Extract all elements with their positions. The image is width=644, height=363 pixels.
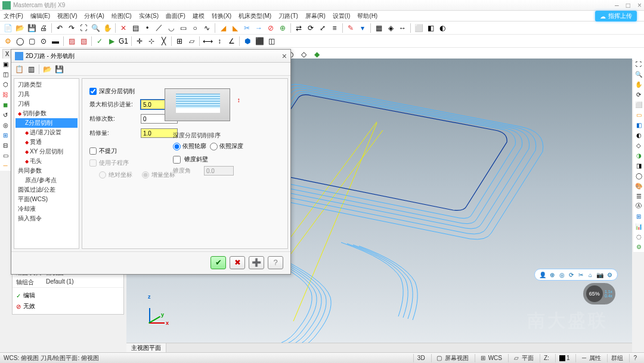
tree-item[interactable]: 原点/参考点 [16, 176, 78, 185]
redo-icon[interactable]: ↷ [66, 23, 77, 33]
view-fit-icon[interactable]: ⛶ [634, 59, 643, 69]
chamfer-icon[interactable]: ◣ [230, 23, 240, 33]
sel-group-icon[interactable]: ⊞ [1, 130, 10, 140]
sel-win-icon[interactable]: ◫ [1, 69, 10, 79]
dlg-load-icon[interactable]: 📂 [42, 64, 52, 75]
print-icon[interactable]: 🖨 [38, 23, 49, 33]
menu-view[interactable]: 视图(V) [55, 11, 79, 21]
regen-button[interactable]: ➕ [249, 256, 264, 269]
sel-edge-icon[interactable]: ─ [1, 161, 10, 170]
dim-v-icon[interactable]: ↕ [214, 36, 225, 47]
tree-item[interactable]: 圆弧过滤/公差 [16, 185, 78, 195]
contour-icon[interactable]: ◯ [14, 36, 25, 47]
menu-edit[interactable]: 编辑(E) [28, 11, 52, 21]
dlg-nav-icon[interactable]: 📋 [14, 64, 24, 75]
level-icon[interactable]: ☰ [634, 191, 643, 201]
menu-transform[interactable]: 转换(X) [209, 11, 234, 21]
group-icon[interactable]: ⊞ [634, 211, 643, 221]
minimize-button[interactable]: – [615, 1, 619, 10]
status-wcs-cell[interactable]: ⊞WCS [475, 354, 506, 362]
verify-icon[interactable]: ✓ [94, 36, 105, 47]
tree-item[interactable]: 刀柄 [16, 99, 78, 109]
mirror-icon[interactable]: ⇄ [293, 23, 304, 33]
face-icon[interactable]: ▬ [50, 36, 61, 47]
grid-icon[interactable]: ▦ [373, 23, 384, 33]
break-icon[interactable]: ⊘ [265, 23, 276, 33]
layer-icon[interactable]: ▤ [130, 23, 141, 33]
axis-icon[interactable]: ⊹ [146, 36, 157, 47]
origin-icon[interactable]: ✛ [134, 36, 145, 47]
tree-item[interactable]: ◆贯通 [16, 137, 78, 147]
trans-icon[interactable]: ◯ [634, 171, 643, 180]
tree-item[interactable]: 刀具 [16, 90, 78, 99]
hatch2-icon[interactable]: ▧ [78, 36, 89, 47]
solid-icon[interactable]: ⬛ [254, 36, 265, 47]
color-icon[interactable]: 🎨 [634, 181, 643, 190]
dim-icon[interactable]: ↔ [397, 23, 408, 33]
hidden-icon[interactable]: ◑ [634, 150, 643, 160]
trim-icon[interactable]: ✂ [242, 23, 252, 33]
menu-model[interactable]: 建模 [190, 11, 207, 21]
wcs-icon[interactable]: ⊞ [174, 36, 185, 47]
arc-icon[interactable]: ◡ [166, 23, 177, 33]
tree-item[interactable]: 冷却液 [16, 204, 78, 214]
action-invalid[interactable]: ⊘无效 [16, 301, 120, 312]
checkbox[interactable] [89, 147, 97, 155]
tree-item[interactable]: 共同参数 [16, 166, 78, 176]
ok-button[interactable]: ✔ [210, 256, 226, 269]
pan-icon[interactable]: ✋ [102, 23, 113, 33]
sel-chain-icon[interactable]: ⛓ [1, 90, 10, 99]
snap-icon[interactable]: ◈ [385, 23, 396, 33]
wire-toggle-icon[interactable]: ◇ [634, 140, 643, 150]
view-iso-icon[interactable]: ◧ [634, 120, 643, 130]
upload-button[interactable]: ☁ 指挥上传 [595, 11, 637, 21]
blank-icon[interactable]: ◌ [634, 232, 643, 241]
finish-step-input[interactable] [141, 128, 178, 138]
mgr-icon[interactable]: ⚙ [634, 242, 643, 251]
help-button[interactable]: ? [268, 256, 283, 269]
view-front-icon[interactable]: ▭ [634, 110, 643, 119]
nav-home-icon[interactable]: ⌂ [586, 270, 595, 279]
sel-res-icon[interactable]: ⊟ [1, 140, 10, 150]
radio-by-contour[interactable]: 依照轮廓 [173, 142, 206, 150]
dialog-titlebar[interactable]: 2D刀路 - 外形铣削 × [11, 50, 290, 63]
dialog-close-button[interactable]: × [282, 51, 287, 61]
save-icon[interactable]: 💾 [26, 23, 37, 33]
view-rot-icon[interactable]: ⟳ [634, 90, 643, 99]
status-level[interactable]: 1 [555, 354, 574, 362]
new-icon[interactable]: 📄 [2, 23, 13, 33]
tree-item[interactable]: 插入指令 [16, 214, 78, 223]
view-iso-icon[interactable]: ◧ [425, 23, 436, 33]
mult-icon[interactable]: ╳ [158, 36, 169, 47]
spline-icon[interactable]: ∿ [202, 23, 212, 33]
close-button[interactable]: × [637, 1, 642, 10]
dropdown-icon[interactable]: ▾ [357, 23, 368, 33]
status-3d[interactable]: 3D [413, 354, 429, 362]
nav-cam-icon[interactable]: 📷 [596, 270, 604, 279]
stat-icon[interactable]: 📊 [634, 222, 643, 231]
nav-cut-icon[interactable]: ✂ [577, 270, 585, 279]
menu-solid[interactable]: 实体(S) [137, 11, 161, 21]
shade-icon[interactable]: ◐ [437, 23, 448, 33]
menu-machine[interactable]: 机床类型(M) [236, 11, 274, 21]
view-top-icon[interactable]: ⬜ [413, 23, 424, 33]
extend-icon[interactable]: → [253, 23, 264, 33]
menu-help[interactable]: 帮助(H) [355, 11, 380, 21]
tree-item[interactable]: ◆XY 分层切削 [16, 147, 78, 156]
menu-toolpath[interactable]: 刀路(T) [276, 11, 301, 21]
section-icon[interactable]: ◨ [634, 161, 643, 170]
menu-screen[interactable]: 屏幕(R) [303, 11, 328, 21]
cancel-button[interactable]: ✖ [230, 256, 245, 269]
dialog-tree[interactable]: 刀路类型刀具刀柄◆切削参数Z分层切削◆进/退刀设置◆贯通◆XY 分层切削◆毛头共… [14, 78, 79, 249]
nav-person-icon[interactable]: 👤 [538, 270, 547, 279]
circle-icon[interactable]: ○ [190, 23, 200, 33]
pocket-icon[interactable]: ▢ [26, 36, 37, 47]
rect-icon[interactable]: ▭ [178, 23, 188, 33]
menu-surface[interactable]: 曲面(F) [163, 11, 188, 21]
sel-only-icon[interactable]: ◎ [1, 120, 10, 130]
dlg-save-icon[interactable]: 💾 [54, 64, 64, 75]
radio-by-depth[interactable]: 依照深度 [210, 142, 243, 150]
nav-target-icon[interactable]: ◎ [558, 270, 566, 279]
attrib-icon[interactable]: Ⓐ [634, 201, 643, 211]
fillet-icon[interactable]: ◢ [218, 23, 228, 33]
